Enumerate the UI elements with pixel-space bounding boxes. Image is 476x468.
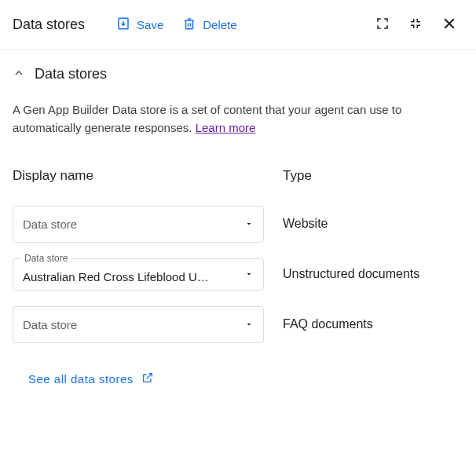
data-store-select[interactable]: Data store <box>13 206 264 243</box>
select-placeholder: Data store <box>23 218 77 231</box>
exit-fullscreen-button[interactable] <box>402 10 429 39</box>
save-button-label: Save <box>137 18 163 31</box>
delete-button[interactable]: Delete <box>176 12 243 38</box>
type-value: Website <box>283 215 328 232</box>
section-title: Data stores <box>35 66 107 82</box>
dropdown-icon <box>244 269 254 281</box>
select-placeholder: Data store <box>23 318 77 331</box>
fullscreen-button[interactable] <box>369 10 396 39</box>
section-header[interactable]: Data stores <box>13 66 463 82</box>
section-body: Data stores A Gen App Builder Data store… <box>0 50 476 402</box>
learn-more-link[interactable]: Learn more <box>196 121 256 134</box>
data-store-select[interactable]: Data store Australian Red Cross Lifebloo… <box>13 258 264 291</box>
type-value: FAQ documents <box>283 316 373 333</box>
type-value: Unstructured documents <box>283 265 419 283</box>
close-icon <box>441 16 457 34</box>
column-headers: Display name Type <box>13 168 463 184</box>
data-store-select[interactable]: Data store <box>13 306 264 343</box>
close-button[interactable] <box>435 9 463 40</box>
see-all-link[interactable]: See all data stores <box>28 371 154 386</box>
save-icon <box>116 16 130 33</box>
fullscreen-icon <box>375 16 390 33</box>
delete-button-label: Delete <box>203 18 236 31</box>
select-value: Australian Red Cross Lifeblood U… <box>23 265 244 283</box>
dropdown-icon <box>244 319 254 331</box>
delete-icon <box>182 16 196 33</box>
save-button[interactable]: Save <box>110 12 170 38</box>
header-title: Data stores <box>13 16 85 33</box>
external-link-icon <box>141 371 154 386</box>
header-bar: Data stores Save Delete <box>0 0 476 50</box>
data-store-row: Data store FAQ documents <box>13 306 463 343</box>
section-description: A Gen App Builder Data store is a set of… <box>13 101 463 137</box>
select-float-label: Data store <box>21 253 71 264</box>
column-header-type: Type <box>283 168 463 184</box>
dropdown-icon <box>244 218 254 231</box>
exit-fullscreen-icon <box>408 16 423 33</box>
column-header-display-name: Display name <box>13 168 264 184</box>
data-store-row: Data store Australian Red Cross Lifebloo… <box>13 258 463 291</box>
data-store-row: Data store Website <box>13 206 463 243</box>
chevron-up-icon <box>13 67 25 82</box>
see-all-label: See all data stores <box>28 372 134 386</box>
